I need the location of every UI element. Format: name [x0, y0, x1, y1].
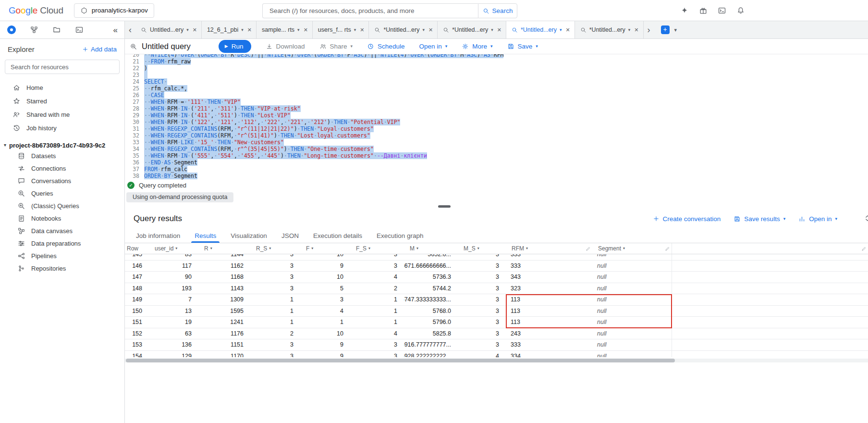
edit-column-icon[interactable]: [586, 246, 591, 251]
code-line-21[interactable]: ··FROM·rfm_raw: [144, 58, 868, 65]
close-icon[interactable]: ✕: [497, 27, 501, 33]
cloud-shell-icon[interactable]: [717, 5, 727, 16]
close-icon[interactable]: ✕: [360, 27, 364, 33]
column-sort-caret-icon[interactable]: ▾: [623, 247, 625, 250]
code-line-28[interactable]: ··WHEN·RFM·IN·('211',·'311')·THEN·"VIP·a…: [144, 105, 868, 112]
column-sort-caret-icon[interactable]: ▾: [269, 247, 271, 250]
gift-icon[interactable]: [698, 5, 709, 16]
run-button[interactable]: ▶ Run: [219, 40, 251, 53]
chevron-down-icon[interactable]: ▾: [422, 28, 425, 32]
folder-icon[interactable]: [52, 25, 61, 34]
column-sort-caret-icon[interactable]: ▾: [175, 247, 177, 250]
sidebar-item-notebooks[interactable]: Notebooks: [0, 212, 124, 224]
scrollbar-thumb[interactable]: [126, 359, 675, 362]
code-line-31[interactable]: ··WHEN·REGEXP_CONTAINS(RFM,·"r^(11|12|21…: [144, 125, 868, 132]
code-line-30[interactable]: ··WHEN·RFM·IN·('122',·'121',·'112',·'222…: [144, 119, 868, 125]
sidebar-item-home[interactable]: Home: [0, 81, 124, 94]
open-results-in-button[interactable]: Open in ▾: [798, 215, 837, 223]
resource-search-input[interactable]: [5, 60, 120, 74]
sidebar-item-conversations[interactable]: Conversations: [0, 174, 124, 187]
sidebar-item-data-preparations[interactable]: Data preparations: [0, 237, 124, 249]
chevron-down-icon[interactable]: ▾: [628, 28, 631, 32]
download-button[interactable]: Download: [266, 43, 305, 50]
global-search-input[interactable]: [262, 3, 478, 18]
code-line-20[interactable]: ··NTILE(4)·OVER·(ORDER·BY·R·DESC)·||·NTI…: [144, 54, 868, 58]
column-sort-caret-icon[interactable]: ▾: [368, 247, 370, 250]
column-sort-caret-icon[interactable]: ▾: [311, 247, 313, 250]
close-icon[interactable]: ✕: [247, 27, 252, 33]
code-line-27[interactable]: ··WHEN·RFM·=·'111'·THEN·"VIP": [144, 99, 868, 105]
sidebar-item-classic-queries[interactable]: (Classic) Queries: [0, 199, 124, 212]
notifications-bell-icon[interactable]: [735, 5, 746, 16]
query-tab-7[interactable]: *Untitled...ery▾✕: [575, 21, 644, 38]
save-button[interactable]: Save ▾: [507, 43, 538, 50]
column-header-segment[interactable]: Segment▾: [592, 243, 672, 254]
column-header-user_id[interactable]: user_id▾: [149, 243, 198, 254]
query-tab-5[interactable]: *Untitled...ery▾✕: [438, 21, 506, 38]
more-button[interactable]: More ▾: [462, 43, 492, 50]
code-line-26[interactable]: ··CASE: [144, 92, 868, 99]
chevron-down-icon[interactable]: ▾: [354, 28, 356, 32]
horizontal-scrollbar[interactable]: [125, 359, 868, 362]
sidebar-item-pipelines[interactable]: Pipelines: [0, 249, 124, 262]
code-line-34[interactable]: ··WHEN·REGEXP_CONTAINS(RFM,·r"^(35|45|55…: [144, 146, 868, 152]
code-line-32[interactable]: ··WHEN·REGEXP_CONTAINS(RFM,·"r^(51|41)")…: [144, 132, 868, 139]
schedule-button[interactable]: Schedule: [367, 43, 404, 50]
code-line-24[interactable]: SELECT·: [144, 78, 868, 85]
gemini-sparkle-icon[interactable]: [679, 5, 690, 16]
share-button[interactable]: Share ▾: [319, 43, 353, 50]
results-tab-job-information[interactable]: Job information: [129, 228, 187, 243]
close-icon[interactable]: ✕: [634, 27, 638, 33]
results-tab-json[interactable]: JSON: [274, 228, 306, 243]
chevron-down-icon[interactable]: ▾: [491, 28, 493, 32]
collapse-panel-icon[interactable]: «: [113, 26, 118, 34]
sidebar-item-shared-with-me[interactable]: Shared with me: [0, 108, 124, 121]
open-in-button[interactable]: Open in ▾: [419, 43, 447, 50]
code-line-29[interactable]: ··WHEN·RFM·IN·('411',·'511')·THEN·"Lost·…: [144, 112, 868, 119]
chevron-down-icon[interactable]: ▾: [186, 28, 189, 32]
results-tab-results[interactable]: Results: [187, 228, 223, 243]
sidebar-item-queries[interactable]: Queries: [0, 187, 124, 199]
column-header-r_s[interactable]: R_S▾: [250, 243, 300, 254]
bigquery-studio-icon[interactable]: [7, 25, 16, 34]
column-header-f_s[interactable]: F_S▾: [350, 243, 404, 254]
add-data-button[interactable]: Add data: [82, 46, 117, 53]
edit-column-icon[interactable]: [861, 246, 867, 251]
column-header-row[interactable]: Row: [125, 243, 149, 254]
global-search-button[interactable]: Search: [478, 3, 517, 18]
sidebar-item-repositories[interactable]: Repositories: [0, 262, 124, 274]
sidebar-item-job-history[interactable]: Job history: [0, 121, 124, 135]
column-sort-caret-icon[interactable]: ▾: [210, 247, 212, 250]
query-tab-1[interactable]: 12_6_1_pbi▾✕: [202, 21, 257, 38]
close-icon[interactable]: ✕: [428, 27, 433, 33]
column-header-m[interactable]: M▾: [404, 243, 458, 254]
edit-column-icon[interactable]: [665, 246, 670, 251]
column-header-rfm[interactable]: RFM▾: [506, 243, 592, 254]
results-tab-execution-details[interactable]: Execution details: [306, 228, 369, 243]
query-tab-6[interactable]: *Untitled...ery▾✕: [506, 21, 575, 38]
new-tab-icon[interactable]: [661, 25, 670, 34]
code-line-25[interactable]: ··rfm_calc.*,: [144, 85, 868, 92]
scroll-tabs-left-icon[interactable]: ‹: [125, 25, 135, 34]
column-header-r[interactable]: R▾: [198, 243, 250, 254]
chevron-down-icon[interactable]: ▾: [560, 28, 562, 32]
sidebar-item-connections[interactable]: Connections: [0, 162, 124, 174]
query-tab-2[interactable]: sample... rts▾✕: [257, 21, 313, 38]
sidebar-item-starred[interactable]: Starred: [0, 94, 124, 108]
project-selector[interactable]: proanalytics-karpov: [74, 3, 154, 18]
terminal-icon[interactable]: [75, 25, 84, 34]
column-header-m_s[interactable]: M_S▾: [458, 243, 506, 254]
unfold-icon[interactable]: [863, 214, 868, 223]
create-conversation-button[interactable]: Create conversation: [653, 215, 721, 223]
column-sort-caret-icon[interactable]: ▾: [526, 247, 528, 250]
results-tab-visualization[interactable]: Visualization: [223, 228, 274, 243]
tab-menu-caret-icon[interactable]: ▾: [674, 27, 677, 33]
code-line-38[interactable]: ORDER·BY·Segment: [144, 173, 868, 179]
scroll-tabs-right-icon[interactable]: ›: [644, 25, 654, 34]
project-tree-toggle[interactable]: ▾ project-8b673089-1dc7-4b93-9c2: [0, 141, 124, 149]
code-line-37[interactable]: FROM·rfm_calc: [144, 166, 868, 173]
editor-code[interactable]: ··NTILE(4)·OVER·(ORDER·BY·R·DESC)·||·NTI…: [140, 54, 868, 179]
code-line-22[interactable]: ): [144, 65, 868, 72]
sidebar-item-data-canvases[interactable]: Data canvases: [0, 224, 124, 237]
query-tab-3[interactable]: users_f... rts▾✕: [313, 21, 369, 38]
